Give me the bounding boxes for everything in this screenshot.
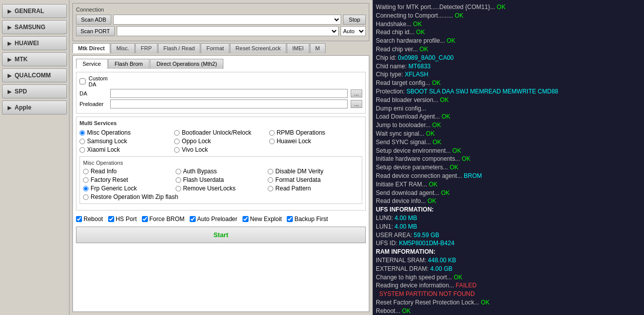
sidebar-label: SPD (15, 88, 27, 95)
log-line: Chip id: 0x0989_8A00_CA00 (376, 54, 641, 62)
radio-read-info-label: Read Info (91, 168, 117, 175)
scan-port-button[interactable]: Scan PORT (76, 26, 115, 36)
radio-misc-ops-input[interactable] (79, 130, 85, 136)
tab-reset-screenlock[interactable]: Reset ScreenLock (230, 43, 286, 53)
custom-da-check-row: Custom DA (79, 75, 362, 87)
sidebar-item-mtk[interactable]: ▶ MTK (2, 52, 67, 66)
radio-flash-userdata-input[interactable] (176, 177, 181, 183)
radio-remove-userlocks: Remove UserLocks (176, 185, 267, 192)
log-line: Read chip ver... OK (376, 45, 641, 54)
sidebar-item-qualcomm[interactable]: ▶ QUALCOMM (2, 68, 67, 82)
custom-da-checkbox[interactable] (79, 78, 86, 84)
bottom-options: Reboot HS Port Force BROM Auto Preloader… (76, 214, 366, 225)
radio-vivo-lock-label: Vivo Lock (182, 146, 208, 153)
radio-disable-dm-input[interactable] (268, 169, 273, 174)
tab-more[interactable]: M (310, 43, 326, 53)
log-line: RAM INFORMATION: (376, 248, 641, 256)
log-line: Initiate hardware components... OK (376, 155, 641, 163)
tab-flash-read[interactable]: Flash / Read (158, 43, 200, 53)
radio-vivo-lock-input[interactable] (174, 147, 180, 153)
scan-adb-button[interactable]: Scan ADB (76, 15, 111, 25)
log-line: Wait sync signal... OK (376, 130, 641, 138)
sub-tab-flash-brom[interactable]: Flash Brom (108, 59, 149, 69)
radio-rpmb-input[interactable] (269, 130, 275, 136)
misc-ops-grid: Read Info Auth Bypass Disable DM Verity … (83, 168, 359, 200)
hs-port-label: HS Port (116, 216, 137, 223)
check-force-brom: Force BROM (142, 216, 185, 223)
preloader-row: Preloader ... (79, 99, 362, 109)
radio-read-info-input[interactable] (83, 169, 89, 174)
backup-first-checkbox[interactable] (287, 216, 293, 222)
stop-button[interactable]: Stop (343, 15, 366, 25)
sidebar: ▶ GENERAL ▶ SAMSUNG ▶ HUAWEI ▶ MTK ▶ QUA… (0, 0, 69, 315)
content-area: Service Flash Brom Direct Operations (Mt… (72, 55, 369, 312)
com-port-select[interactable] (117, 26, 339, 36)
radio-bootloader-label: Bootloader Unlock/Relock (182, 129, 251, 136)
check-auto-preloader: Auto Preloader (190, 216, 237, 223)
auto-select[interactable]: Auto (341, 26, 366, 36)
log-line: LUN0: 4.00 MB (376, 214, 641, 223)
log-line: Reading device information... FAILED (376, 281, 641, 290)
radio-auth-bypass-input[interactable] (176, 169, 181, 174)
tab-misc[interactable]: Misc. (111, 43, 135, 53)
reboot-checkbox[interactable] (76, 216, 82, 222)
arrow-icon: ▶ (8, 89, 12, 94)
sidebar-label: QUALCOMM (15, 72, 51, 79)
sidebar-item-general[interactable]: ▶ GENERAL (2, 4, 67, 18)
radio-restore-zip-input[interactable] (83, 194, 89, 200)
custom-da-section: Custom DA DA ... Preloader ... (76, 72, 366, 114)
auto-preloader-checkbox[interactable] (190, 216, 196, 222)
radio-frp-generic-input[interactable] (83, 186, 89, 191)
radio-format-userdata: Format Userdata (268, 176, 359, 183)
radio-xiaomi-lock-input[interactable] (79, 147, 85, 153)
sidebar-item-samsung[interactable]: ▶ SAMSUNG (2, 20, 67, 34)
start-button[interactable]: Start (76, 227, 366, 243)
arrow-icon: ▶ (8, 25, 12, 30)
radio-factory-reset-input[interactable] (83, 177, 89, 183)
main-panel: Connection Scan ADB Stop Scan PORT Auto … (69, 0, 372, 315)
multi-services-title: Multi Services (79, 120, 362, 126)
radio-huawei-lock-input[interactable] (269, 139, 275, 144)
check-backup-first: Backup First (287, 216, 328, 223)
log-line: EXTERNAL DRAM: 4.00 GB (376, 265, 641, 273)
radio-format-userdata-input[interactable] (268, 177, 273, 183)
connection-title: Connection (76, 7, 366, 13)
main-tab-bar: Mtk Direct Misc. FRP Flash / Read Format… (72, 43, 369, 53)
tab-mtk-direct[interactable]: Mtk Direct (72, 43, 110, 53)
force-brom-label: Force BROM (149, 216, 185, 223)
check-hs-port: HS Port (108, 216, 137, 223)
adb-port-select[interactable] (113, 15, 341, 25)
sub-tab-direct-ops[interactable]: Direct Operations (Mth2) (150, 59, 223, 69)
radio-bootloader-input[interactable] (174, 130, 180, 136)
preloader-label: Preloader (79, 101, 107, 107)
radio-factory-reset-label: Factory Reset (91, 176, 128, 183)
sidebar-item-spd[interactable]: ▶ SPD (2, 84, 67, 98)
preloader-input[interactable] (110, 99, 348, 109)
sub-tab-service[interactable]: Service (76, 59, 108, 69)
da-label: DA (79, 90, 107, 96)
new-exploit-checkbox[interactable] (243, 216, 249, 222)
radio-disable-dm-label: Disable DM Verity (275, 168, 323, 175)
preloader-browse-button[interactable]: ... (351, 100, 362, 108)
radio-remove-userlocks-input[interactable] (176, 186, 181, 191)
force-brom-checkbox[interactable] (142, 216, 148, 222)
radio-oppo-lock-input[interactable] (174, 139, 180, 144)
radio-samsung-lock-input[interactable] (79, 139, 85, 144)
da-input[interactable] (110, 89, 348, 98)
log-line: LUN1: 4.00 MB (376, 223, 641, 231)
log-line: SYSTEM PARTITION NOT FOUND (376, 290, 641, 298)
radio-xiaomi-lock: Xiaomi Lock (79, 146, 173, 153)
tab-frp[interactable]: FRP (135, 43, 157, 53)
sidebar-label: HUAWEI (15, 40, 39, 47)
radio-read-pattern-input[interactable] (268, 186, 273, 191)
tab-format[interactable]: Format (201, 43, 229, 53)
arrow-icon: ▶ (8, 9, 12, 14)
log-line: Protection: SBOOT SLA DAA SWJ MEMREAD ME… (376, 87, 641, 96)
sidebar-item-apple[interactable]: ▶ Apple (2, 100, 67, 115)
tab-imei[interactable]: IMEI (287, 43, 309, 53)
da-browse-button[interactable]: ... (351, 89, 362, 97)
sidebar-item-huawei[interactable]: ▶ HUAWEI (2, 36, 67, 50)
sidebar-label: SAMSUNG (15, 24, 45, 31)
hs-port-checkbox[interactable] (108, 216, 114, 222)
log-line: Search hardware profile... OK (376, 37, 641, 45)
